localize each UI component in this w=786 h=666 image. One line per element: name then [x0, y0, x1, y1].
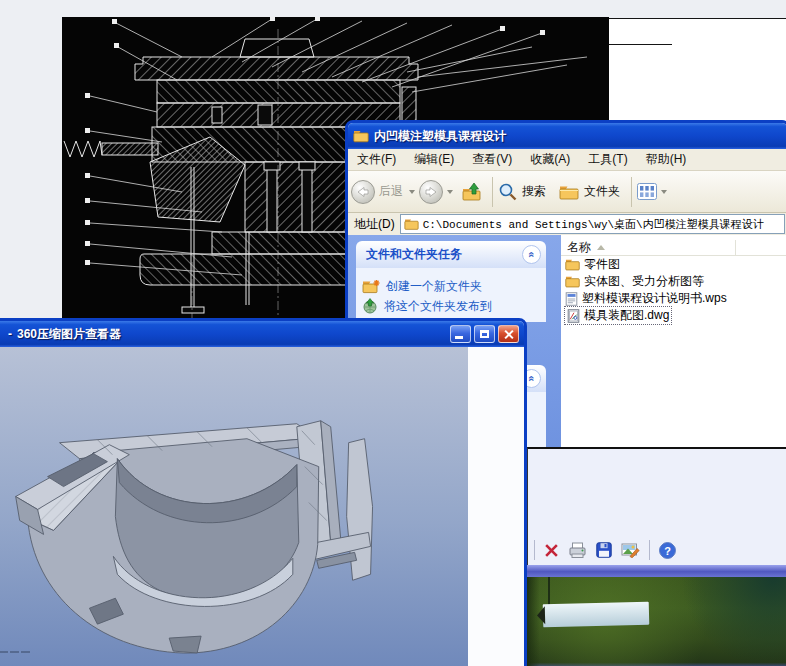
- folders-icon: [558, 183, 580, 201]
- folder-icon: [353, 129, 369, 143]
- menu-tools[interactable]: 工具(T): [579, 151, 636, 168]
- explorer-titlebar[interactable]: 内凹模注塑模具课程设计: [348, 123, 786, 149]
- print-button[interactable]: [568, 542, 587, 559]
- menu-favorites[interactable]: 收藏(A): [521, 151, 579, 168]
- views-dropdown-caret[interactable]: [661, 190, 667, 194]
- file-row-folder-solids[interactable]: 实体图、受力分析图等: [561, 273, 786, 290]
- file-row-wps-doc[interactable]: 塑料模课程设计说明书.wps: [561, 290, 786, 307]
- menu-edit[interactable]: 编辑(E): [405, 151, 463, 168]
- close-button[interactable]: [498, 325, 519, 343]
- folders-label: 文件夹: [584, 183, 620, 200]
- file-row-dwg-selected[interactable]: 模具装配图.dwg: [561, 307, 786, 324]
- task-group-header[interactable]: 文件和文件夹任务 «: [356, 241, 546, 268]
- lamp-wire: [548, 577, 550, 605]
- forward-button[interactable]: [419, 180, 443, 204]
- task-new-folder[interactable]: 创建一个新文件夹: [362, 276, 542, 296]
- sort-ascending-icon: [597, 245, 605, 250]
- file-name: 模具装配图.dwg: [584, 307, 669, 324]
- desktop: 内凹模注塑模具课程设计 文件(F) 编辑(E) 查看(V) 收藏(A) 工具(T…: [0, 0, 786, 666]
- minimize-button[interactable]: [450, 325, 471, 343]
- red-x-icon: [544, 543, 559, 558]
- 3d-mold-part-model: [0, 347, 468, 666]
- tool-panel-toolbar: ?: [534, 539, 676, 561]
- task-group-body: 创建一个新文件夹 将这个文件夹发布到: [356, 268, 546, 322]
- back-dropdown-caret[interactable]: [409, 190, 415, 194]
- help-button[interactable]: ?: [659, 542, 676, 559]
- up-folder-button[interactable]: [461, 182, 483, 202]
- file-row-folder-parts[interactable]: 零件图: [561, 256, 786, 273]
- photo-thumbnail: [527, 577, 786, 666]
- folder-up-icon: [461, 182, 483, 202]
- viewer-watermark: [0, 651, 30, 653]
- task-publish-folder[interactable]: 将这个文件夹发布到: [362, 296, 542, 316]
- name-column-header[interactable]: 名称: [561, 240, 736, 255]
- maximize-button[interactable]: [474, 325, 495, 343]
- tool-panel: ?: [527, 447, 786, 565]
- search-icon: [498, 182, 518, 202]
- menu-view[interactable]: 查看(V): [463, 151, 521, 168]
- viewer-empty-area: [468, 347, 524, 666]
- folder-icon: [404, 218, 419, 230]
- file-name: 实体图、受力分析图等: [584, 273, 704, 290]
- svg-text:?: ?: [664, 544, 671, 556]
- 3d-model-view[interactable]: [0, 347, 468, 666]
- dwg-drawing-icon: [567, 309, 580, 323]
- arrow-left-icon: [356, 185, 370, 199]
- toolbar: 后退 搜索: [348, 171, 786, 213]
- folder-icon: [565, 258, 580, 271]
- printer-icon: [568, 542, 587, 559]
- back-button[interactable]: [351, 180, 375, 204]
- image-viewer-window: - 360压缩图片查看器: [0, 318, 527, 666]
- addressbar: 地址(D) C:\Documents and Settings\wy\桌面\内凹…: [348, 213, 786, 236]
- search-button[interactable]: [498, 182, 518, 202]
- forward-dropdown-caret[interactable]: [447, 190, 453, 194]
- delete-button[interactable]: [544, 543, 559, 558]
- address-label: 地址(D): [354, 216, 395, 233]
- toolbar-separator: [492, 177, 493, 207]
- toolbar-separator: [649, 540, 650, 560]
- menu-help[interactable]: 帮助(H): [637, 151, 696, 168]
- file-name: 塑料模课程设计说明书.wps: [582, 290, 727, 307]
- window-title: 内凹模注塑模具课程设计: [374, 128, 506, 145]
- views-grid-icon: [637, 183, 657, 200]
- image-edit-button[interactable]: [621, 542, 640, 558]
- file-list: 名称 零件图 实体图、受力分析图等: [561, 235, 786, 447]
- folder-icon: [565, 275, 580, 288]
- task-group-file-folder: 文件和文件夹任务 « 创建一个新文件夹: [356, 241, 546, 322]
- views-button[interactable]: [637, 183, 657, 200]
- window-controls: [450, 325, 519, 343]
- save-button[interactable]: [596, 542, 612, 558]
- floppy-disk-icon: [596, 542, 612, 558]
- document-rule-line: [609, 44, 672, 45]
- address-input[interactable]: C:\Documents and Settings\wy\桌面\内凹模注塑模具课…: [400, 214, 785, 234]
- toolbar-separator: [631, 177, 632, 207]
- search-label: 搜索: [522, 183, 546, 200]
- lamp-bar: [543, 602, 650, 628]
- task-publish-label: 将这个文件夹发布到: [384, 298, 492, 315]
- back-label: 后退: [379, 183, 403, 200]
- help-question-icon: ?: [659, 542, 676, 559]
- menubar: 文件(F) 编辑(E) 查看(V) 收藏(A) 工具(T) 帮助(H): [348, 149, 786, 171]
- publish-globe-icon: [362, 298, 378, 314]
- chevron-up-icon[interactable]: «: [522, 245, 541, 264]
- arrow-right-icon: [424, 185, 438, 199]
- selected-file: 模具装配图.dwg: [565, 307, 671, 324]
- viewer-title: 360压缩图片查看器: [17, 326, 121, 343]
- viewer-titlebar[interactable]: - 360压缩图片查看器: [0, 321, 524, 347]
- menu-file[interactable]: 文件(F): [348, 151, 405, 168]
- address-path: C:\Documents and Settings\wy\桌面\内凹模注塑模具课…: [423, 217, 764, 232]
- folders-button[interactable]: [558, 183, 580, 201]
- file-name: 零件图: [584, 256, 620, 273]
- task-new-folder-label: 创建一个新文件夹: [386, 278, 482, 295]
- window-edge-strip: [527, 565, 786, 577]
- file-list-header: 名称: [561, 240, 786, 256]
- toolbar-separator: [534, 540, 535, 560]
- new-folder-icon: [362, 279, 380, 294]
- image-edit-icon: [621, 542, 640, 558]
- task-group-title: 文件和文件夹任务: [366, 246, 462, 263]
- wps-document-icon: [565, 292, 578, 306]
- viewer-client: [0, 347, 524, 666]
- viewer-title-prefix: -: [8, 327, 12, 341]
